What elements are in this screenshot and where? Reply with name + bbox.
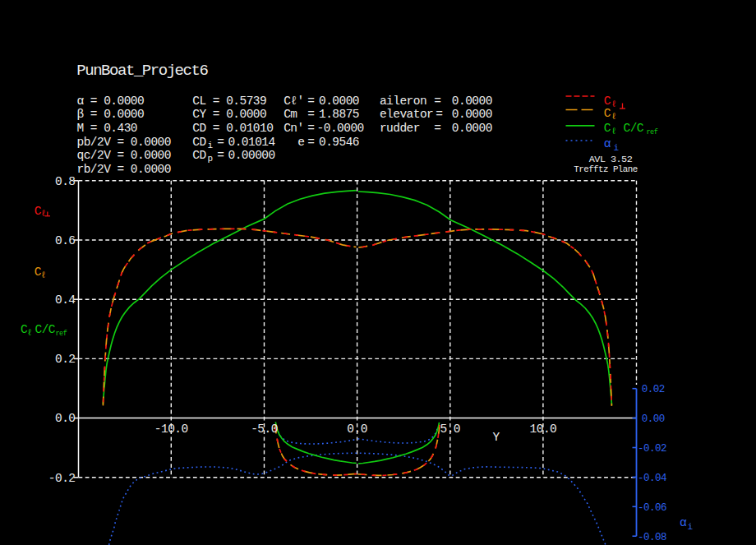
svg-text:i: i [688, 522, 694, 532]
svg-text:=: = [307, 136, 314, 149]
svg-text:0.0: 0.0 [55, 412, 76, 425]
svg-text:C: C [604, 122, 611, 135]
svg-text:Cn': Cn' [284, 122, 304, 135]
svg-text:α: α [604, 137, 611, 150]
svg-text:Cm: Cm [284, 108, 297, 121]
svg-text:Y: Y [493, 431, 500, 444]
svg-text:=: = [307, 122, 314, 135]
svg-text:10.0: 10.0 [530, 423, 557, 436]
svg-text:=: = [436, 108, 442, 121]
svg-text:ℓ: ℓ [611, 127, 616, 136]
svg-text:0.0000: 0.0000 [319, 95, 359, 108]
svg-text:ℓ: ℓ [611, 99, 616, 109]
svg-text:0.6: 0.6 [55, 234, 76, 247]
svg-text:-10.0: -10.0 [154, 423, 188, 436]
svg-text:0.0000: 0.0000 [452, 122, 492, 135]
svg-text:1.8875: 1.8875 [319, 108, 359, 121]
svg-text:Cℓ': Cℓ' [284, 95, 304, 108]
svg-text:-0.06: -0.06 [638, 502, 666, 514]
svg-text:0.01014: 0.01014 [228, 136, 275, 149]
svg-text:PunBoat_Project6: PunBoat_Project6 [76, 62, 208, 80]
svg-text:ℓ: ℓ [41, 209, 46, 219]
svg-text:ℓ: ℓ [41, 270, 46, 280]
svg-text:0.0000: 0.0000 [452, 108, 492, 121]
svg-text:C/C: C/C [624, 122, 644, 135]
svg-text:i: i [208, 141, 214, 150]
svg-text:CD = 0.01010: CD = 0.01010 [192, 122, 273, 135]
svg-text:Trefftz Plane: Trefftz Plane [574, 164, 637, 174]
svg-text:-0.02: -0.02 [638, 443, 666, 455]
svg-text:0.4: 0.4 [55, 293, 76, 307]
svg-text:rudder: rudder [380, 122, 420, 135]
svg-text:0.00000: 0.00000 [228, 149, 275, 162]
svg-text:=: = [217, 149, 224, 162]
svg-text:ℓ: ℓ [27, 328, 32, 338]
svg-text:=: = [434, 122, 440, 135]
svg-text:CL = 0.5739: CL = 0.5739 [192, 95, 266, 108]
svg-text:=: = [307, 95, 314, 108]
svg-text:p: p [208, 154, 213, 164]
svg-text:C/C: C/C [35, 323, 56, 336]
svg-text:β = 0.0000: β = 0.0000 [77, 108, 145, 121]
svg-text:AVL 3.52: AVL 3.52 [589, 154, 633, 165]
svg-text:i: i [614, 143, 620, 153]
svg-text:=: = [307, 108, 314, 121]
svg-text:ℓ: ℓ [611, 112, 616, 122]
svg-text:-0.0000: -0.0000 [317, 122, 364, 135]
svg-text:=: = [434, 95, 440, 108]
svg-text:CY = 0.0000: CY = 0.0000 [192, 108, 266, 121]
svg-text:CD: CD [192, 149, 205, 162]
svg-text:0.0: 0.0 [347, 423, 367, 436]
svg-text:0.02: 0.02 [642, 384, 665, 395]
svg-text:α: α [680, 516, 687, 529]
svg-text:e: e [297, 136, 304, 149]
svg-text:0.0000: 0.0000 [452, 95, 492, 108]
svg-text:α = 0.0000: α = 0.0000 [77, 95, 145, 108]
svg-text:-0.2: -0.2 [48, 472, 76, 485]
svg-text:CD: CD [192, 136, 205, 149]
svg-text:M = 0.430: M = 0.430 [77, 122, 138, 135]
svg-text:elevator: elevator [380, 108, 433, 121]
svg-text:0.8: 0.8 [55, 175, 76, 188]
svg-text:ref: ref [647, 128, 658, 136]
svg-text:pb/2V = 0.0000: pb/2V = 0.0000 [77, 136, 171, 149]
svg-text:0.9546: 0.9546 [319, 136, 359, 149]
svg-text:aileron: aileron [380, 95, 426, 108]
svg-text:qc/2V = 0.0000: qc/2V = 0.0000 [77, 149, 171, 162]
svg-text:-5.0: -5.0 [251, 423, 278, 436]
svg-text:C: C [604, 107, 611, 120]
svg-text:0.2: 0.2 [55, 353, 76, 366]
svg-text:-0.08: -0.08 [638, 532, 666, 543]
svg-text:0.00: 0.00 [642, 413, 665, 425]
svg-text:ref: ref [56, 330, 67, 338]
svg-text:-0.04: -0.04 [638, 473, 666, 484]
svg-text:5.0: 5.0 [440, 423, 461, 436]
svg-text:rb/2V = 0.0000: rb/2V = 0.0000 [77, 163, 171, 176]
svg-text:=: = [217, 136, 224, 149]
